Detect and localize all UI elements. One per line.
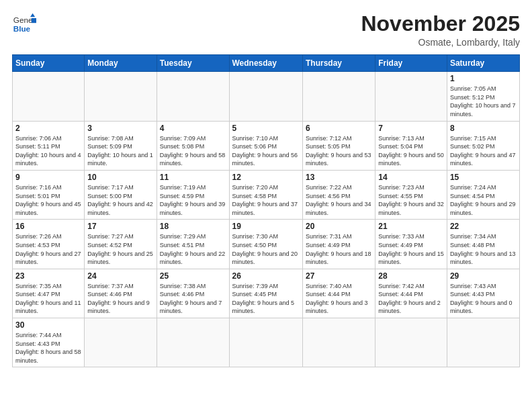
calendar-cell: 13Sunrise: 7:22 AM Sunset: 4:56 PM Dayli… (302, 170, 375, 219)
calendar-cell: 30Sunrise: 7:44 AM Sunset: 4:43 PM Dayli… (13, 318, 85, 367)
day-number: 15 (450, 173, 517, 182)
calendar-cell: 26Sunrise: 7:39 AM Sunset: 4:45 PM Dayli… (229, 269, 302, 318)
svg-text:Blue: Blue (13, 24, 31, 33)
day-info: Sunrise: 7:39 AM Sunset: 4:45 PM Dayligh… (232, 282, 300, 316)
calendar-cell: 18Sunrise: 7:29 AM Sunset: 4:51 PM Dayli… (157, 220, 229, 269)
calendar-cell: 16Sunrise: 7:26 AM Sunset: 4:53 PM Dayli… (13, 220, 85, 269)
day-number: 4 (160, 124, 226, 133)
calendar-cell (229, 318, 302, 367)
day-number: 22 (450, 222, 517, 231)
day-number: 11 (160, 173, 226, 182)
calendar-cell: 9Sunrise: 7:16 AM Sunset: 5:01 PM Daylig… (13, 170, 85, 219)
day-info: Sunrise: 7:06 AM Sunset: 5:11 PM Dayligh… (15, 134, 81, 168)
day-info: Sunrise: 7:09 AM Sunset: 5:08 PM Dayligh… (160, 134, 226, 168)
weekday-header-wednesday: Wednesday (229, 55, 302, 72)
calendar-cell: 28Sunrise: 7:42 AM Sunset: 4:44 PM Dayli… (375, 269, 447, 318)
day-number: 6 (306, 124, 372, 133)
day-info: Sunrise: 7:37 AM Sunset: 4:46 PM Dayligh… (87, 282, 153, 316)
calendar-cell (157, 72, 229, 121)
location: Osmate, Lombardy, Italy (361, 37, 520, 48)
day-number: 1 (450, 74, 517, 83)
day-info: Sunrise: 7:43 AM Sunset: 4:43 PM Dayligh… (450, 282, 517, 316)
day-number: 10 (87, 173, 153, 182)
day-info: Sunrise: 7:29 AM Sunset: 4:51 PM Dayligh… (160, 232, 226, 266)
calendar-cell: 1Sunrise: 7:05 AM Sunset: 5:12 PM Daylig… (447, 72, 519, 121)
day-info: Sunrise: 7:33 AM Sunset: 4:49 PM Dayligh… (378, 232, 444, 266)
day-info: Sunrise: 7:44 AM Sunset: 4:43 PM Dayligh… (15, 331, 81, 365)
day-info: Sunrise: 7:10 AM Sunset: 5:06 PM Dayligh… (232, 134, 300, 168)
month-title: November 2025 (361, 12, 520, 36)
calendar-week-row: 9Sunrise: 7:16 AM Sunset: 5:01 PM Daylig… (13, 170, 520, 219)
calendar-cell: 21Sunrise: 7:33 AM Sunset: 4:49 PM Dayli… (375, 220, 447, 269)
day-info: Sunrise: 7:08 AM Sunset: 5:09 PM Dayligh… (87, 134, 153, 168)
day-info: Sunrise: 7:42 AM Sunset: 4:44 PM Dayligh… (378, 282, 444, 316)
day-number: 26 (232, 271, 300, 281)
day-number: 16 (15, 222, 81, 231)
day-info: Sunrise: 7:05 AM Sunset: 5:12 PM Dayligh… (450, 85, 517, 118)
day-info: Sunrise: 7:16 AM Sunset: 5:01 PM Dayligh… (15, 183, 81, 217)
day-number: 9 (15, 173, 81, 182)
day-number: 2 (15, 124, 81, 133)
calendar-week-row: 30Sunrise: 7:44 AM Sunset: 4:43 PM Dayli… (13, 318, 520, 367)
day-number: 14 (378, 173, 444, 182)
day-number: 28 (378, 271, 444, 281)
calendar-cell: 8Sunrise: 7:15 AM Sunset: 5:02 PM Daylig… (447, 121, 519, 170)
weekday-header-row: SundayMondayTuesdayWednesdayThursdayFrid… (13, 55, 520, 72)
day-info: Sunrise: 7:27 AM Sunset: 4:52 PM Dayligh… (87, 232, 153, 266)
day-number: 24 (87, 271, 153, 281)
calendar-cell: 15Sunrise: 7:24 AM Sunset: 4:54 PM Dayli… (447, 170, 519, 219)
day-info: Sunrise: 7:31 AM Sunset: 4:49 PM Dayligh… (306, 232, 372, 266)
logo: General Blue (12, 12, 36, 36)
header: General Blue November 2025 Osmate, Lomba… (12, 12, 520, 48)
day-number: 27 (306, 271, 372, 281)
calendar-cell: 17Sunrise: 7:27 AM Sunset: 4:52 PM Dayli… (85, 220, 157, 269)
calendar-cell: 4Sunrise: 7:09 AM Sunset: 5:08 PM Daylig… (157, 121, 229, 170)
weekday-header-sunday: Sunday (13, 55, 85, 72)
day-number: 12 (232, 173, 300, 182)
day-info: Sunrise: 7:15 AM Sunset: 5:02 PM Dayligh… (450, 134, 517, 168)
calendar-cell (229, 72, 302, 121)
day-info: Sunrise: 7:17 AM Sunset: 5:00 PM Dayligh… (87, 183, 153, 217)
page: General Blue November 2025 Osmate, Lomba… (0, 0, 532, 411)
title-block: November 2025 Osmate, Lombardy, Italy (361, 12, 520, 48)
calendar-cell: 14Sunrise: 7:23 AM Sunset: 4:55 PM Dayli… (375, 170, 447, 219)
calendar-cell: 22Sunrise: 7:34 AM Sunset: 4:48 PM Dayli… (447, 220, 519, 269)
calendar-cell: 19Sunrise: 7:30 AM Sunset: 4:50 PM Dayli… (229, 220, 302, 269)
calendar-cell: 7Sunrise: 7:13 AM Sunset: 5:04 PM Daylig… (375, 121, 447, 170)
calendar-cell (302, 72, 375, 121)
day-info: Sunrise: 7:20 AM Sunset: 4:58 PM Dayligh… (232, 183, 300, 217)
calendar-cell: 3Sunrise: 7:08 AM Sunset: 5:09 PM Daylig… (85, 121, 157, 170)
day-number: 13 (306, 173, 372, 182)
weekday-header-friday: Friday (375, 55, 447, 72)
calendar-week-row: 2Sunrise: 7:06 AM Sunset: 5:11 PM Daylig… (13, 121, 520, 170)
weekday-header-thursday: Thursday (302, 55, 375, 72)
calendar-cell: 11Sunrise: 7:19 AM Sunset: 4:59 PM Dayli… (157, 170, 229, 219)
svg-marker-3 (32, 18, 36, 23)
day-info: Sunrise: 7:23 AM Sunset: 4:55 PM Dayligh… (378, 183, 444, 217)
day-number: 25 (160, 271, 226, 281)
calendar-cell: 27Sunrise: 7:40 AM Sunset: 4:44 PM Dayli… (302, 269, 375, 318)
day-number: 17 (87, 222, 153, 231)
calendar-cell (302, 318, 375, 367)
weekday-header-monday: Monday (85, 55, 157, 72)
calendar-cell: 20Sunrise: 7:31 AM Sunset: 4:49 PM Dayli… (302, 220, 375, 269)
calendar-cell (447, 318, 519, 367)
day-info: Sunrise: 7:26 AM Sunset: 4:53 PM Dayligh… (15, 232, 81, 266)
calendar-cell: 24Sunrise: 7:37 AM Sunset: 4:46 PM Dayli… (85, 269, 157, 318)
day-info: Sunrise: 7:38 AM Sunset: 4:46 PM Dayligh… (160, 282, 226, 316)
day-info: Sunrise: 7:24 AM Sunset: 4:54 PM Dayligh… (450, 183, 517, 217)
calendar-week-row: 1Sunrise: 7:05 AM Sunset: 5:12 PM Daylig… (13, 72, 520, 121)
day-number: 5 (232, 124, 300, 133)
day-number: 20 (306, 222, 372, 231)
weekday-header-tuesday: Tuesday (157, 55, 229, 72)
day-number: 21 (378, 222, 444, 231)
calendar-cell: 29Sunrise: 7:43 AM Sunset: 4:43 PM Dayli… (447, 269, 519, 318)
day-info: Sunrise: 7:22 AM Sunset: 4:56 PM Dayligh… (306, 183, 372, 217)
calendar-cell (157, 318, 229, 367)
calendar-cell: 10Sunrise: 7:17 AM Sunset: 5:00 PM Dayli… (85, 170, 157, 219)
day-info: Sunrise: 7:19 AM Sunset: 4:59 PM Dayligh… (160, 183, 226, 217)
calendar-cell (85, 318, 157, 367)
calendar-cell: 6Sunrise: 7:12 AM Sunset: 5:05 PM Daylig… (302, 121, 375, 170)
day-info: Sunrise: 7:13 AM Sunset: 5:04 PM Dayligh… (378, 134, 444, 168)
day-number: 19 (232, 222, 300, 231)
